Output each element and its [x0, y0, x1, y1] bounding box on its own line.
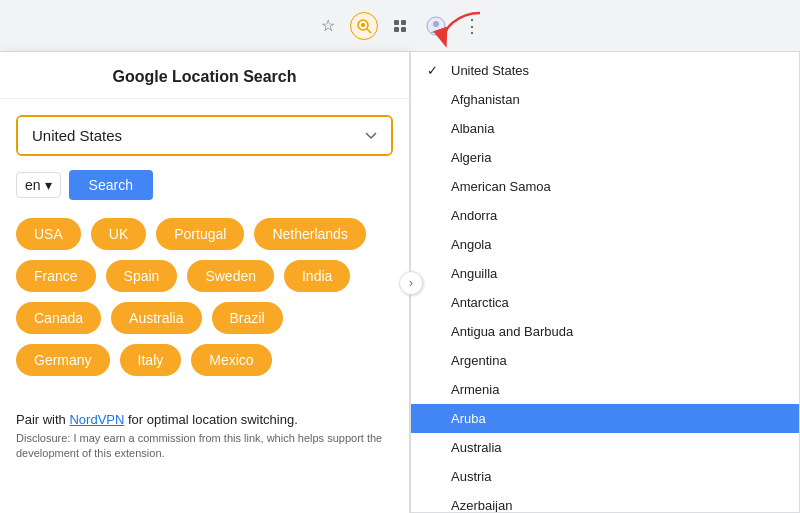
- dropdown-item[interactable]: Antarctica: [411, 288, 799, 317]
- language-value: en: [25, 177, 41, 193]
- tag-mexico[interactable]: Mexico: [191, 344, 271, 376]
- dropdown-item[interactable]: Angola: [411, 230, 799, 259]
- svg-point-3: [361, 23, 365, 27]
- nordvpn-link[interactable]: NordVPN: [69, 412, 124, 427]
- search-row: en ▾ Search: [16, 170, 393, 200]
- svg-rect-7: [401, 27, 406, 32]
- chevron-down-icon: ▾: [45, 177, 52, 193]
- dropdown-item[interactable]: Albania: [411, 114, 799, 143]
- dropdown-item[interactable]: United States: [411, 56, 799, 85]
- country-selector-wrapper: United States Afghanistan Albania: [16, 115, 393, 156]
- dropdown-item[interactable]: American Samoa: [411, 172, 799, 201]
- panel-title: Google Location Search: [0, 52, 409, 99]
- dropdown-item[interactable]: Azerbaijan: [411, 491, 799, 513]
- tag-spain[interactable]: Spain: [106, 260, 178, 292]
- disclosure-text: Disclosure: I may earn a commission from…: [16, 431, 393, 462]
- svg-rect-6: [394, 27, 399, 32]
- panel-body: United States Afghanistan Albania en ▾ S…: [0, 99, 409, 412]
- country-dropdown-list: United StatesAfghanistanAlbaniaAlgeriaAm…: [411, 52, 799, 513]
- country-dropdown-panel[interactable]: United StatesAfghanistanAlbaniaAlgeriaAm…: [410, 52, 800, 513]
- svg-rect-4: [394, 20, 399, 25]
- tags-row-4: Germany Italy Mexico: [16, 344, 393, 376]
- tag-germany[interactable]: Germany: [16, 344, 110, 376]
- tag-uk[interactable]: UK: [91, 218, 146, 250]
- language-selector[interactable]: en ▾: [16, 172, 61, 198]
- search-button[interactable]: Search: [69, 170, 153, 200]
- affiliate-text: Pair with NordVPN for optimal location s…: [16, 412, 393, 427]
- dropdown-item[interactable]: Argentina: [411, 346, 799, 375]
- dropdown-item[interactable]: Algeria: [411, 143, 799, 172]
- dropdown-item[interactable]: Afghanistan: [411, 85, 799, 114]
- tag-italy[interactable]: Italy: [120, 344, 182, 376]
- tags-row-1: USA UK Portugal Netherlands: [16, 218, 393, 250]
- dropdown-item[interactable]: Antigua and Barbuda: [411, 317, 799, 346]
- tag-netherlands[interactable]: Netherlands: [254, 218, 366, 250]
- collapse-panel-button[interactable]: ›: [399, 271, 423, 295]
- tag-australia[interactable]: Australia: [111, 302, 201, 334]
- star-icon[interactable]: ☆: [314, 12, 342, 40]
- tag-portugal[interactable]: Portugal: [156, 218, 244, 250]
- tags-row-2: France Spain Sweden India: [16, 260, 393, 292]
- extension-panel: Google Location Search United States Afg…: [0, 52, 410, 513]
- tag-usa[interactable]: USA: [16, 218, 81, 250]
- tag-brazil[interactable]: Brazil: [212, 302, 283, 334]
- extensions-icon[interactable]: [386, 12, 414, 40]
- content-area: Google Location Search United States Afg…: [0, 52, 800, 513]
- dropdown-item[interactable]: Armenia: [411, 375, 799, 404]
- location-search-icon[interactable]: [350, 12, 378, 40]
- dropdown-item[interactable]: Austria: [411, 462, 799, 491]
- svg-line-2: [367, 29, 371, 33]
- chrome-toolbar: ☆ ⋮: [0, 0, 800, 52]
- tag-india[interactable]: India: [284, 260, 350, 292]
- dropdown-item[interactable]: Andorra: [411, 201, 799, 230]
- panel-footer: Pair with NordVPN for optimal location s…: [0, 412, 409, 474]
- tags-row-3: Canada Australia Brazil: [16, 302, 393, 334]
- tag-canada[interactable]: Canada: [16, 302, 101, 334]
- tag-sweden[interactable]: Sweden: [187, 260, 274, 292]
- country-tags-grid: USA UK Portugal Netherlands France Spain…: [16, 218, 393, 376]
- arrow-annotation: [430, 8, 490, 52]
- country-select[interactable]: United States Afghanistan Albania: [18, 117, 391, 154]
- dropdown-item[interactable]: Aruba: [411, 404, 799, 433]
- svg-rect-5: [401, 20, 406, 25]
- tag-france[interactable]: France: [16, 260, 96, 292]
- dropdown-item[interactable]: Australia: [411, 433, 799, 462]
- dropdown-item[interactable]: Anguilla: [411, 259, 799, 288]
